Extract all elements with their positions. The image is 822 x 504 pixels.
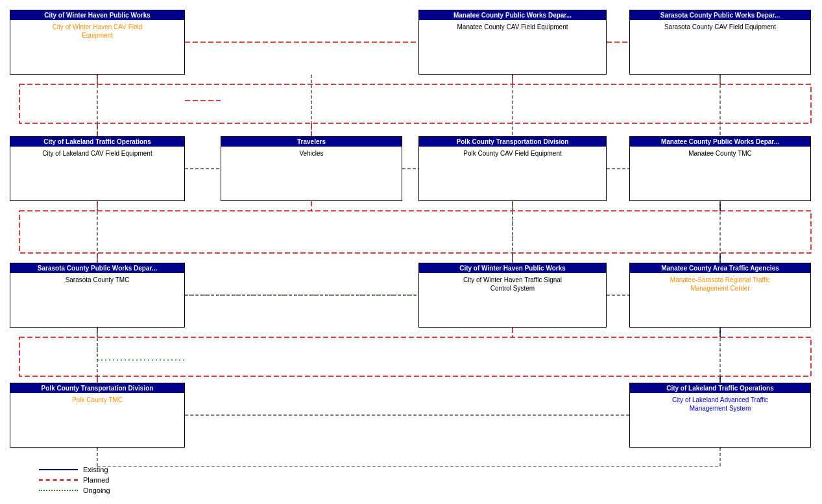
node-header-travelers: Travelers (221, 137, 402, 147)
node-manatee-tmc: Manatee County Public Works Depar...Mana… (629, 136, 811, 201)
node-winter-haven-signal: City of Winter Haven Public WorksCity of… (418, 263, 607, 328)
node-body-winter-haven-cav: City of Winter Haven CAV Field Equipment (10, 20, 184, 42)
node-winter-haven-cav: City of Winter Haven Public WorksCity of… (10, 10, 185, 75)
node-body-lakeland-cav: City of Lakeland CAV Field Equipment (10, 147, 184, 160)
node-sarasota-cav: Sarasota County Public Works Depar...Sar… (629, 10, 811, 75)
existing-line (39, 469, 78, 470)
node-header-lakeland-atms: City of Lakeland Traffic Operations (630, 383, 810, 393)
node-body-lakeland-atms: City of Lakeland Advanced Traffic Manage… (630, 393, 810, 415)
node-header-polk-tmc: Polk County Transportation Division (10, 383, 184, 393)
legend: Existing Planned Ongoing (39, 466, 110, 494)
node-polk-tmc: Polk County Transportation DivisionPolk … (10, 383, 185, 448)
node-lakeland-atms: City of Lakeland Traffic OperationsCity … (629, 383, 811, 448)
node-manatee-sarasota-rtmc: Manatee County Area Traffic AgenciesMana… (629, 263, 811, 328)
node-header-sarasota-tmc: Sarasota County Public Works Depar... (10, 263, 184, 273)
planned-line (39, 479, 78, 481)
node-body-polk-tmc: Polk County TMC (10, 393, 184, 407)
legend-planned: Planned (39, 476, 110, 484)
node-body-travelers: Vehicles (221, 147, 402, 160)
planned-label: Planned (83, 476, 109, 484)
node-travelers: TravelersVehicles (221, 136, 402, 201)
node-header-polk-cav: Polk County Transportation Division (419, 137, 606, 147)
node-lakeland-cav: City of Lakeland Traffic OperationsCity … (10, 136, 185, 201)
node-header-manatee-sarasota-rtmc: Manatee County Area Traffic Agencies (630, 263, 810, 273)
node-header-manatee-cav: Manatee County Public Works Depar... (419, 10, 606, 20)
node-sarasota-tmc: Sarasota County Public Works Depar...Sar… (10, 263, 185, 328)
node-body-sarasota-cav: Sarasota County CAV Field Equipment (630, 20, 810, 34)
node-header-lakeland-cav: City of Lakeland Traffic Operations (10, 137, 184, 147)
legend-ongoing: Ongoing (39, 486, 110, 494)
node-polk-cav: Polk County Transportation DivisionPolk … (418, 136, 607, 201)
svg-rect-17 (19, 337, 811, 376)
svg-rect-3 (19, 84, 811, 123)
node-header-winter-haven-cav: City of Winter Haven Public Works (10, 10, 184, 20)
node-header-manatee-tmc: Manatee County Public Works Depar... (630, 137, 810, 147)
node-manatee-cav: Manatee County Public Works Depar...Mana… (418, 10, 607, 75)
legend-existing: Existing (39, 466, 110, 474)
ongoing-label: Ongoing (83, 486, 110, 494)
ongoing-line (39, 490, 78, 491)
node-body-winter-haven-signal: City of Winter Haven Traffic Signal Cont… (419, 273, 606, 295)
diagram-container: City of Winter Haven Public WorksCity of… (0, 0, 822, 467)
node-body-manatee-sarasota-rtmc: Manatee-Sarasota Regional Traffic Manage… (630, 273, 810, 295)
existing-label: Existing (83, 466, 108, 474)
node-body-sarasota-tmc: Sarasota County TMC (10, 273, 184, 287)
node-body-polk-cav: Polk County CAV Field Equipment (419, 147, 606, 160)
svg-rect-9 (19, 211, 811, 253)
node-header-winter-haven-signal: City of Winter Haven Public Works (419, 263, 606, 273)
node-header-sarasota-cav: Sarasota County Public Works Depar... (630, 10, 810, 20)
node-body-manatee-cav: Manatee County CAV Field Equipment (419, 20, 606, 34)
node-body-manatee-tmc: Manatee County TMC (630, 147, 810, 160)
